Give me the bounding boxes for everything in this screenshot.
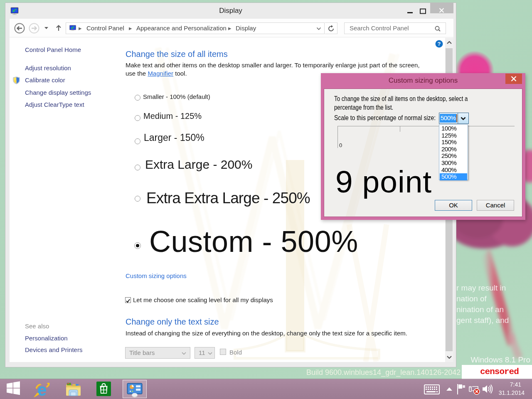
svg-text:?: ? — [438, 41, 441, 47]
